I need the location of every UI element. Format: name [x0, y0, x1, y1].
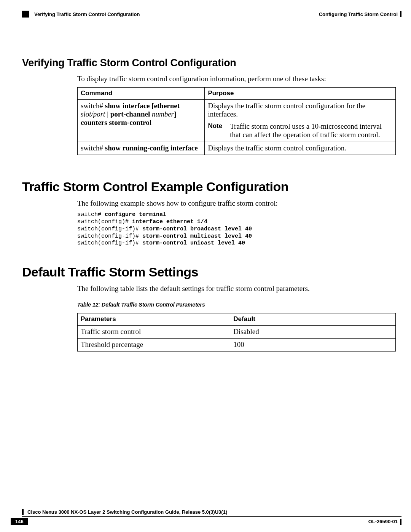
- header-marker-icon: [22, 11, 29, 18]
- code-l4p: switch(config-if)#: [77, 233, 142, 240]
- table-row: switch# show running-config interface Di…: [78, 142, 396, 155]
- section-verify: Verifying Traffic Storm Control Configur…: [22, 57, 396, 155]
- header-bar-icon: [400, 11, 401, 17]
- table-header-row: Parameters Default: [78, 313, 396, 325]
- footer-rule: [22, 516, 401, 517]
- header-section-title: Verifying Traffic Storm Control Configur…: [34, 11, 140, 17]
- verify-table: Command Purpose switch# show interface […: [77, 87, 396, 155]
- table-header-row: Command Purpose: [78, 87, 396, 99]
- cmd2-prefix: switch#: [81, 144, 105, 152]
- verify-intro: To display traffic storm control configu…: [77, 74, 396, 83]
- code-l2p: switch(config)#: [77, 219, 132, 225]
- param-r2c2: 100: [230, 338, 396, 351]
- param-r1c2: Disabled: [230, 325, 396, 338]
- default-table-caption: Table 12: Default Traffic Storm Control …: [77, 302, 396, 308]
- code-l2b: interface ethernet 1/4: [132, 219, 207, 225]
- param-r1c1: Traffic storm control: [78, 325, 230, 338]
- cmd1-prefix: switch#: [81, 102, 105, 110]
- cmd1-i2: number: [152, 110, 174, 118]
- col-default: Default: [230, 313, 396, 325]
- cmd-cell-2: switch# show running-config interface: [78, 142, 205, 155]
- cmd1-b2: port-channel: [110, 110, 152, 118]
- verify-heading: Verifying Traffic Storm Control Configur…: [22, 57, 396, 69]
- section-default: Default Traffic Storm Settings The follo…: [22, 265, 396, 351]
- footer-docid: OL-26590-01: [368, 519, 398, 524]
- footer-guide-title: Cisco Nexus 3000 NX-OS Layer 2 Switching…: [27, 509, 227, 515]
- footer-bar-icon: [22, 509, 24, 515]
- code-l5b: storm-control unicast level 40: [142, 240, 245, 246]
- footer-bar-icon: [400, 519, 401, 525]
- default-body: The following table lists the default se…: [77, 284, 396, 351]
- footer-bottom-row: 146 OL-26590-01: [11, 518, 401, 525]
- example-intro: The following example shows how to confi…: [77, 199, 396, 208]
- table-row: Traffic storm control Disabled: [78, 325, 396, 338]
- footer-docid-block: OL-26590-01: [368, 519, 401, 525]
- code-l1p: switch#: [77, 211, 105, 218]
- code-l3b: storm-control broadcast level 40: [142, 226, 252, 232]
- header-right: Configuring Traffic Storm Control: [319, 11, 401, 17]
- cmd1-sep: |: [105, 110, 110, 118]
- cmd1-i1: slot/port: [81, 110, 105, 118]
- header-chapter-title: Configuring Traffic Storm Control: [319, 11, 398, 17]
- code-l5p: switch(config-if)#: [77, 240, 142, 246]
- footer-guide-row: Cisco Nexus 3000 NX-OS Layer 2 Switching…: [22, 509, 401, 515]
- page-footer: Cisco Nexus 3000 NX-OS Layer 2 Switching…: [11, 509, 401, 525]
- table-row: switch# show interface [ethernet slot/po…: [78, 99, 396, 142]
- note-label: Note: [208, 122, 222, 139]
- default-table: Parameters Default Traffic storm control…: [77, 313, 396, 351]
- note-block: Note Traffic storm control uses a 10-mic…: [208, 122, 392, 139]
- code-l4b: storm-control multicast level 40: [142, 233, 252, 240]
- default-intro: The following table lists the default se…: [77, 284, 396, 293]
- default-heading: Default Traffic Storm Settings: [22, 265, 396, 280]
- code-l1b: configure terminal: [105, 211, 166, 218]
- col-parameters: Parameters: [78, 313, 230, 325]
- page-content: Verifying Traffic Storm Control Configur…: [22, 57, 396, 351]
- purpose1-text: Displays the traffic storm control confi…: [208, 102, 392, 118]
- example-code: switch# configure terminal switch(config…: [77, 211, 396, 247]
- page-number: 146: [11, 518, 28, 525]
- col-command: Command: [78, 87, 205, 99]
- code-l3p: switch(config-if)#: [77, 226, 142, 232]
- verify-body: To display traffic storm control configu…: [77, 74, 396, 155]
- cmd-cell-1: switch# show interface [ethernet slot/po…: [78, 99, 205, 142]
- cmd2-b1: show running-config interface: [105, 144, 198, 152]
- header-left: Verifying Traffic Storm Control Configur…: [22, 11, 140, 18]
- col-purpose: Purpose: [205, 87, 396, 99]
- example-body: The following example shows how to confi…: [77, 199, 396, 248]
- example-heading: Traffic Storm Control Example Configurat…: [22, 179, 396, 194]
- table-row: Threshold percentage 100: [78, 338, 396, 351]
- note-text: Traffic storm control uses a 10-microsec…: [230, 122, 392, 139]
- cmd1-b1: show interface [ethernet: [105, 102, 180, 110]
- page-header: Verifying Traffic Storm Control Configur…: [22, 11, 401, 18]
- purpose-cell-1: Displays the traffic storm control confi…: [205, 99, 396, 142]
- param-r2c1: Threshold percentage: [78, 338, 230, 351]
- section-example: Traffic Storm Control Example Configurat…: [22, 179, 396, 248]
- purpose-cell-2: Displays the traffic storm control confi…: [205, 142, 396, 155]
